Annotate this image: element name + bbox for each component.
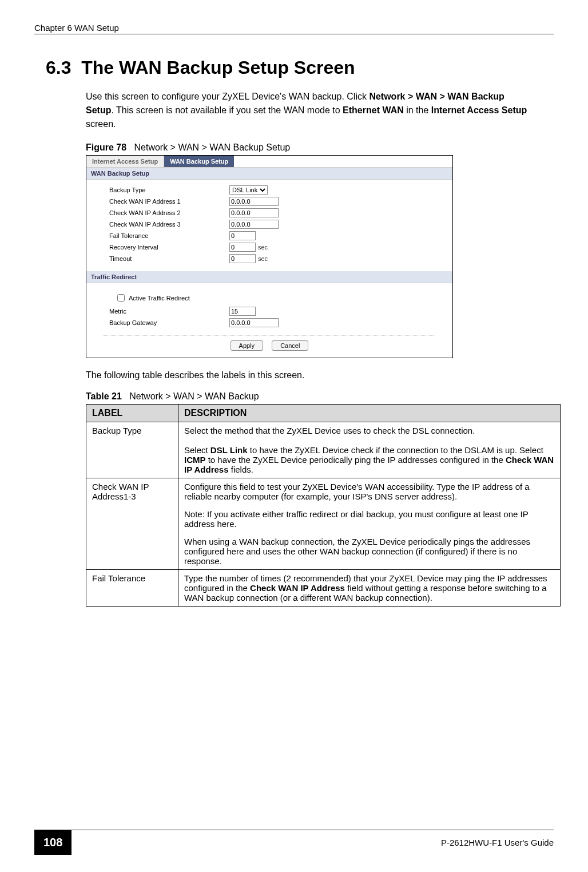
input-fail-tolerance[interactable] (229, 231, 256, 240)
row-check-ip-3: Check WAN IP Address 3 (109, 220, 430, 229)
label-check-ip-1: Check WAN IP Address 1 (109, 198, 229, 205)
table-row: Check WAN IP Address1-3 Configure this f… (86, 478, 561, 570)
label-active-traffic-redirect: Active Traffic Redirect (129, 295, 190, 302)
label-fail-tolerance: Fail Tolerance (109, 232, 229, 239)
desc-text: fields. (229, 465, 253, 474)
desc-text: Select (184, 445, 210, 455)
checkbox-active-traffic-redirect[interactable] (117, 294, 125, 302)
input-metric[interactable] (229, 307, 256, 316)
section-header-wan-backup: WAN Backup Setup (86, 168, 452, 180)
label-metric: Metric (109, 308, 229, 315)
desc-bold: Check WAN IP Address (250, 583, 345, 593)
desc-bold: ICMP (184, 455, 206, 465)
tab-wan-backup-setup[interactable]: WAN Backup Setup (164, 156, 234, 167)
intro-text-4: screen. (86, 119, 116, 129)
tab-bar: Internet Access Setup WAN Backup Setup (86, 156, 452, 168)
form-traffic-redirect: Active Traffic Redirect Metric Backup Ga… (86, 283, 452, 335)
cell-description: Select the method that the ZyXEL Device … (178, 422, 561, 478)
form-wan-backup: Backup Type DSL Link Check WAN IP Addres… (86, 180, 452, 271)
screenshot-container: Internet Access Setup WAN Backup Setup W… (86, 155, 453, 358)
cancel-button[interactable]: Cancel (272, 340, 308, 351)
page-header: Chapter 6 WAN Setup (34, 23, 554, 34)
row-fail-tolerance: Fail Tolerance (109, 231, 430, 240)
desc-text: to have the ZyXEL Device check if the co… (248, 445, 543, 455)
figure-caption: Figure 78 Network > WAN > WAN Backup Set… (86, 142, 554, 153)
input-timeout[interactable] (229, 254, 256, 263)
label-recovery-interval: Recovery Interval (109, 244, 229, 251)
section-heading: 6.3 The WAN Backup Setup Screen (46, 57, 554, 78)
label-check-ip-3: Check WAN IP Address 3 (109, 221, 229, 228)
label-check-ip-2: Check WAN IP Address 2 (109, 209, 229, 216)
label-backup-type: Backup Type (109, 187, 229, 193)
intro-paragraph: Use this screen to configure your ZyXEL … (86, 90, 531, 131)
table-row: Backup Type Select the method that the Z… (86, 422, 561, 478)
figure-label: Figure 78 (86, 142, 126, 152)
cell-label: Backup Type (86, 422, 178, 478)
cell-description: Type the number of times (2 recommended)… (178, 570, 561, 607)
input-check-ip-1[interactable] (229, 197, 279, 206)
table-caption-text: Network > WAN > WAN Backup (129, 391, 259, 401)
input-check-ip-2[interactable] (229, 208, 279, 217)
section-title: The WAN Backup Setup Screen (81, 57, 355, 78)
cell-description: Configure this field to test your ZyXEL … (178, 478, 561, 570)
table-header-row: LABEL DESCRIPTION (86, 405, 561, 422)
table-row: Fail Tolerance Type the number of times … (86, 570, 561, 607)
desc-text: Select the method that the ZyXEL Device … (184, 426, 475, 435)
page-footer: 108 P-2612HWU-F1 User's Guide (34, 830, 554, 855)
label-backup-gateway: Backup Gateway (109, 319, 229, 326)
page-number: 108 (34, 830, 71, 855)
row-check-ip-1: Check WAN IP Address 1 (109, 197, 430, 206)
desc-note: Note: If you activate either traffic red… (184, 509, 554, 529)
unit-timeout: sec (258, 255, 268, 262)
intro-text-2: . This screen is not available if you se… (111, 105, 343, 115)
apply-button[interactable]: Apply (231, 340, 264, 351)
input-backup-gateway[interactable] (229, 318, 279, 327)
tab-internet-access-setup[interactable]: Internet Access Setup (86, 156, 164, 167)
row-metric: Metric (109, 307, 430, 316)
th-description: DESCRIPTION (178, 405, 561, 422)
desc-text: Configure this field to test your ZyXEL … (184, 482, 530, 501)
post-figure-text: The following table describes the labels… (86, 368, 531, 382)
label-timeout: Timeout (109, 255, 229, 262)
row-recovery-interval: Recovery Interval sec (109, 243, 430, 252)
button-row: Apply Cancel (104, 335, 435, 358)
table-caption: Table 21 Network > WAN > WAN Backup (86, 391, 554, 402)
row-backup-gateway: Backup Gateway (109, 318, 430, 327)
figure-caption-text: Network > WAN > WAN Backup Setup (134, 142, 290, 152)
cell-label: Fail Tolerance (86, 570, 178, 607)
intro-bold-3: Internet Access Setup (431, 105, 527, 115)
input-check-ip-3[interactable] (229, 220, 279, 229)
intro-text-3: in the (404, 105, 431, 115)
chapter-title: Chapter 6 WAN Setup (34, 23, 119, 33)
th-label: LABEL (86, 405, 178, 422)
row-check-ip-2: Check WAN IP Address 2 (109, 208, 430, 217)
input-recovery-interval[interactable] (229, 243, 256, 252)
row-timeout: Timeout sec (109, 254, 430, 263)
desc-text: When using a WAN backup connection, the … (184, 537, 530, 566)
section-number: 6.3 (46, 57, 71, 78)
select-backup-type[interactable]: DSL Link (229, 185, 268, 195)
description-table: LABEL DESCRIPTION Backup Type Select the… (86, 404, 561, 607)
intro-text-1: Use this screen to configure your ZyXEL … (86, 92, 369, 101)
guide-name: P-2612HWU-F1 User's Guide (441, 838, 554, 847)
cell-label: Check WAN IP Address1-3 (86, 478, 178, 570)
row-backup-type: Backup Type DSL Link (109, 185, 430, 195)
desc-text: to have the ZyXEL Device periodically pi… (206, 455, 506, 465)
intro-bold-2: Ethernet WAN (343, 105, 404, 115)
row-active-traffic-redirect: Active Traffic Redirect (109, 289, 430, 307)
desc-bold: DSL Link (210, 445, 248, 455)
section-header-traffic-redirect: Traffic Redirect (86, 271, 452, 283)
table-label: Table 21 (86, 391, 122, 401)
unit-recovery: sec (258, 244, 268, 251)
